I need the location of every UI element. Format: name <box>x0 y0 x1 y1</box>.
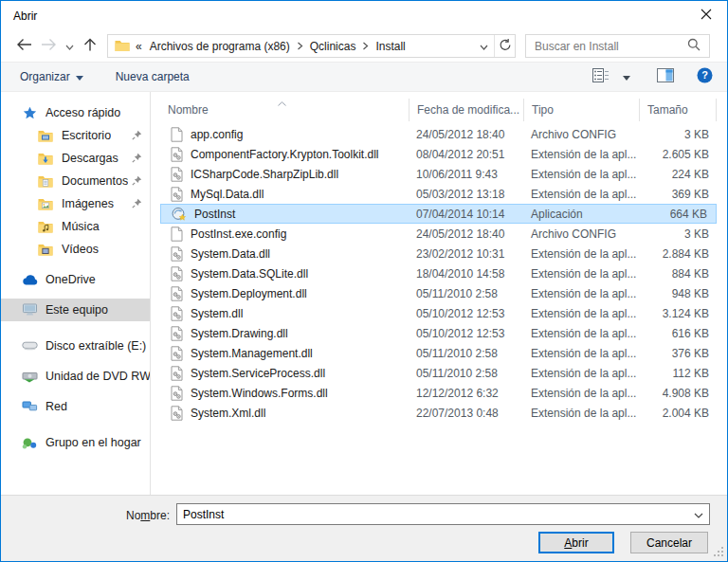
file-size-cell: 2.004 KB <box>639 407 717 420</box>
column-header-size[interactable]: Tamaño <box>639 99 717 121</box>
file-name-cell: System.ServiceProcess.dll <box>160 366 409 381</box>
breadcrumb-overflow[interactable]: « <box>136 40 144 53</box>
folder-documents-icon <box>37 175 54 188</box>
close-button[interactable] <box>684 1 727 29</box>
file-name: app.config <box>191 128 243 141</box>
up-button[interactable] <box>79 30 101 62</box>
file-row[interactable]: MySql.Data.dll05/03/2012 13:18Extensión … <box>160 184 717 204</box>
file-name: System.Windows.Forms.dll <box>191 387 328 400</box>
sidebar-item[interactable]: Unidad de DVD RW (D <box>1 365 150 388</box>
address-dropdown-button[interactable] <box>474 35 494 57</box>
config-file-icon <box>171 127 183 142</box>
file-name-cell: ICSharpCode.SharpZipLib.dll <box>160 167 409 182</box>
sidebar-item[interactable]: Descargas <box>1 147 150 170</box>
sidebar-item[interactable]: Vídeos <box>1 238 150 261</box>
file-type-cell: Aplicación <box>523 208 639 221</box>
sidebar-item[interactable]: Música <box>1 215 150 238</box>
sidebar-item[interactable]: Disco extraíble (E:) <box>1 335 150 357</box>
file-row[interactable]: PostInst07/04/2014 10:14Aplicación664 KB <box>160 204 717 224</box>
file-type-cell: Extensión de la apl... <box>523 247 639 261</box>
sidebar-item[interactable]: Imágenes <box>1 192 150 215</box>
resize-grip[interactable] <box>712 545 724 560</box>
file-row[interactable]: System.Management.dll05/11/2010 2:58Exte… <box>160 343 717 363</box>
forward-button[interactable] <box>37 30 60 62</box>
file-date-cell: 05/11/2010 2:58 <box>409 367 523 380</box>
file-date-cell: 10/06/2011 9:43 <box>409 168 523 181</box>
file-row[interactable]: app.config24/05/2012 18:40Archivo CONFIG… <box>160 124 717 144</box>
sidebar-item-label: OneDrive <box>46 273 96 286</box>
file-name-cell: PostInst <box>161 207 409 222</box>
sidebar-item[interactable]: Este equipo <box>1 299 150 321</box>
address-bar[interactable]: «Archivos de programa (x86)QclinicasInst… <box>107 34 516 58</box>
file-row[interactable]: System.ServiceProcess.dll05/11/2010 2:58… <box>160 363 717 383</box>
sidebar-item[interactable]: Acceso rápido <box>1 101 150 124</box>
file-name-cell: PostInst.exe.config <box>160 227 409 242</box>
change-view-button[interactable] <box>588 63 614 91</box>
file-name-cell: MySql.Data.dll <box>160 187 409 202</box>
help-icon: ? <box>697 67 713 86</box>
file-size-cell: 2.884 KB <box>639 247 717 261</box>
new-folder-button[interactable]: Nueva carpeta <box>108 63 197 91</box>
file-list: app.config24/05/2012 18:40Archivo CONFIG… <box>160 124 727 423</box>
this-pc-icon <box>21 303 38 317</box>
sidebar-item[interactable]: Escritorio <box>1 124 150 147</box>
forward-arrow-icon <box>40 37 58 55</box>
sidebar-item-label: Descargas <box>62 152 118 165</box>
column-header-name[interactable]: Nombre <box>160 99 409 121</box>
dll-file-icon <box>171 346 183 361</box>
help-button[interactable]: ? <box>692 63 718 91</box>
close-icon <box>701 9 712 23</box>
file-type-cell: Archivo CONFIG <box>523 128 639 141</box>
sidebar-item-label: Documentos <box>62 174 128 188</box>
dll-file-icon <box>171 167 183 182</box>
file-size-cell: 3.124 KB <box>639 307 717 320</box>
file-row[interactable]: System.Xml.dll22/07/2013 0:48Extensión d… <box>160 403 717 423</box>
breadcrumb-segment[interactable]: Install <box>370 35 410 57</box>
chevron-down-icon <box>480 40 488 53</box>
search-box <box>525 34 710 58</box>
dll-file-icon <box>171 406 183 421</box>
file-name: System.Drawing.dll <box>191 327 288 340</box>
file-date-cell: 22/07/2013 0:48 <box>409 407 523 420</box>
cancel-button[interactable]: Cancelar <box>630 532 708 553</box>
folder-videos-icon <box>37 244 54 256</box>
preview-pane-button[interactable] <box>652 63 679 91</box>
sidebar-item[interactable]: Grupo en el hogar <box>1 431 150 454</box>
open-button[interactable]: Abrir <box>538 532 614 553</box>
file-row[interactable]: ComponentFactory.Krypton.Toolkit.dll08/0… <box>160 144 717 164</box>
file-date-cell: 07/04/2014 10:14 <box>409 208 523 221</box>
column-header-type[interactable]: Tipo <box>523 99 639 121</box>
folder-desktop-icon <box>37 130 54 142</box>
column-header-date[interactable]: Fecha de modifica... <box>409 99 523 121</box>
file-row[interactable]: System.dll05/10/2012 12:53Extensión de l… <box>160 303 717 323</box>
chevron-down-icon <box>694 508 703 521</box>
file-name: PostInst.exe.config <box>191 227 286 241</box>
file-row[interactable]: System.Deployment.dll05/11/2010 2:58Exte… <box>160 283 717 303</box>
breadcrumb-segment[interactable]: Archivos de programa (x86) <box>144 35 296 57</box>
organize-button[interactable]: Organizar <box>12 63 91 91</box>
recent-locations-button[interactable] <box>62 30 77 62</box>
file-row[interactable]: System.Data.SQLite.dll18/04/2010 14:58Ex… <box>160 263 717 283</box>
sidebar-item-label: Imágenes <box>62 197 114 210</box>
sidebar-item[interactable]: Red <box>1 395 150 418</box>
change-view-caret-button[interactable] <box>618 63 635 91</box>
search-input[interactable] <box>526 40 687 53</box>
refresh-button[interactable] <box>495 35 515 57</box>
back-button[interactable] <box>12 30 35 62</box>
file-row[interactable]: System.Data.dll23/02/2012 10:31Extensión… <box>160 244 717 263</box>
breadcrumb-segment[interactable]: Qclinicas <box>304 35 362 57</box>
file-row[interactable]: PostInst.exe.config24/05/2012 18:40Archi… <box>160 224 717 244</box>
column-label: Nombre <box>168 103 209 117</box>
sidebar-item[interactable]: OneDrive <box>1 268 150 291</box>
chevron-right-icon <box>296 42 304 50</box>
sidebar-item[interactable]: Documentos <box>1 170 150 192</box>
file-row[interactable]: ICSharpCode.SharpZipLib.dll10/06/2011 9:… <box>160 164 717 184</box>
filename-dropdown-button[interactable] <box>688 504 709 524</box>
search-icon <box>687 38 701 54</box>
dvd-drive-icon <box>21 371 38 383</box>
file-name: System.dll <box>191 307 243 320</box>
dll-file-icon <box>171 266 183 281</box>
filename-input[interactable] <box>177 508 688 521</box>
file-row[interactable]: System.Drawing.dll05/10/2012 12:53Extens… <box>160 323 717 343</box>
file-row[interactable]: System.Windows.Forms.dll12/12/2012 6:32E… <box>160 383 717 403</box>
